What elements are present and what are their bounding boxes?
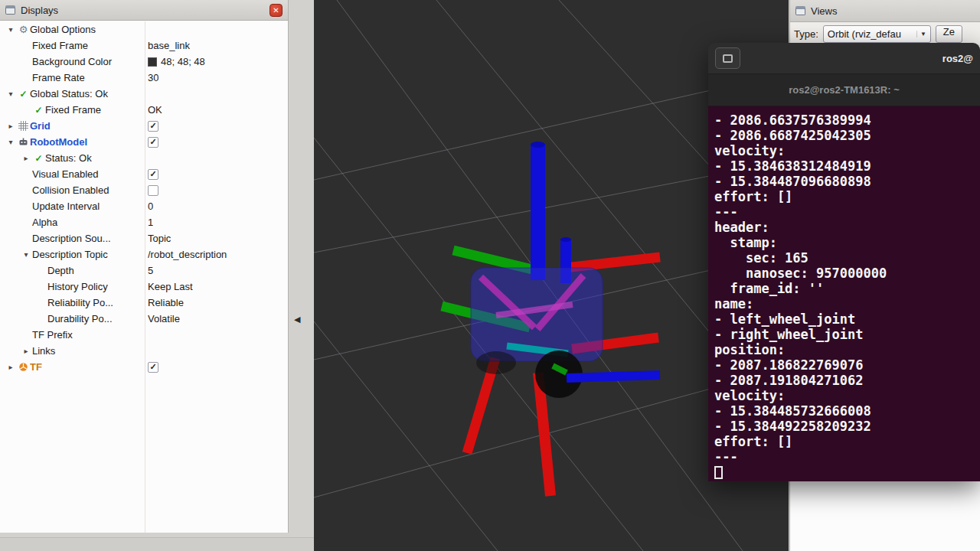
tree-row-global-options[interactable]: ▾⚙Global Options xyxy=(0,21,288,37)
tree-row-fixed-frame[interactable]: Fixed Framebase_link xyxy=(0,37,288,54)
terminal-window: ros2@ ros2@ros2-TM1613R: ~ - 2086.663757… xyxy=(708,43,980,481)
expander-down-icon[interactable]: ▾ xyxy=(5,138,17,146)
tree-row-background-color[interactable]: Background Color48; 48; 48 xyxy=(0,54,288,70)
value-text: /robot_description xyxy=(148,249,227,260)
bottom-strip xyxy=(0,537,314,551)
terminal-titlebar[interactable]: ros2@ros2-TM1613R: ~ xyxy=(708,74,980,106)
view-type-value: Orbit (rviz_defau xyxy=(828,28,901,40)
row-value[interactable]: Keep Last xyxy=(148,279,286,295)
terminal-line: stamp: xyxy=(714,235,980,250)
terminal-line: - left_wheel_joint xyxy=(714,311,980,327)
expander-down-icon[interactable]: ▾ xyxy=(5,25,17,34)
checkbox-checked[interactable]: ✓ xyxy=(148,121,158,132)
row-value[interactable]: 30 xyxy=(148,70,286,86)
close-icon[interactable]: ✕ xyxy=(270,4,283,17)
row-label: Fixed Frame xyxy=(45,104,104,116)
expander-down-icon[interactable]: ▾ xyxy=(20,250,32,259)
value-text: 30 xyxy=(148,72,158,83)
row-value[interactable]: 0 xyxy=(148,198,286,214)
row-label: Description Sou... xyxy=(32,233,114,244)
tree-row-tf[interactable]: ▸TF✓ xyxy=(0,359,288,375)
view-type-select[interactable]: Orbit (rviz_defau ▼ xyxy=(823,25,931,43)
tree-row-links[interactable]: ▸Links xyxy=(0,343,288,359)
row-label: Grid xyxy=(30,120,54,132)
row-value[interactable]: Reliable xyxy=(148,295,286,311)
tree-row-reliability-po[interactable]: Reliability Po...Reliable xyxy=(0,295,288,311)
row-value[interactable]: ✓ xyxy=(148,134,286,150)
new-tab-button[interactable] xyxy=(715,47,740,69)
displays-tree: ▾⚙Global OptionsFixed Framebase_linkBack… xyxy=(0,21,288,533)
tree-row-description-topic[interactable]: ▾Description Topic/robot_description xyxy=(0,246,288,262)
color-swatch xyxy=(148,57,157,67)
terminal-tabbar[interactable]: ros2@ xyxy=(708,43,980,74)
tree-row-depth[interactable]: Depth5 xyxy=(0,262,288,279)
checkbox-unchecked[interactable] xyxy=(148,185,158,196)
terminal-line: - 15.384492258209232 xyxy=(714,419,980,434)
row-value[interactable]: Topic xyxy=(148,230,286,246)
row-value[interactable]: ✓ xyxy=(148,359,286,375)
row-value[interactable] xyxy=(148,150,286,166)
checkbox-checked[interactable]: ✓ xyxy=(148,362,158,373)
row-value[interactable]: Volatile xyxy=(148,311,286,327)
row-label: Fixed Frame xyxy=(32,40,91,51)
row-value[interactable]: 1 xyxy=(148,214,286,230)
checkbox-checked[interactable]: ✓ xyxy=(148,169,158,180)
expander-right-icon[interactable]: ▸ xyxy=(20,154,32,162)
tree-row-alpha[interactable]: Alpha1 xyxy=(0,214,288,230)
row-value[interactable]: ✓ xyxy=(148,166,286,182)
tree-row-fixed-frame[interactable]: ✓Fixed FrameOK xyxy=(0,102,288,118)
row-value[interactable] xyxy=(148,182,286,198)
tree-row-collision-enabled[interactable]: Collision Enabled xyxy=(0,182,288,198)
terminal-line: position: xyxy=(714,342,980,357)
expander-right-icon[interactable]: ▸ xyxy=(5,122,17,130)
row-label: Durability Po... xyxy=(47,313,116,324)
row-value[interactable] xyxy=(148,86,286,102)
terminal-line: - 2087.191804271062 xyxy=(714,373,980,388)
tree-row-frame-rate[interactable]: Frame Rate30 xyxy=(0,70,288,86)
splitter-collapse-icon[interactable]: ◀ xyxy=(294,315,300,324)
new-tab-icon xyxy=(723,54,733,63)
row-label: Update Interval xyxy=(32,201,103,212)
expander-right-icon[interactable]: ▸ xyxy=(20,347,32,355)
row-value[interactable] xyxy=(148,343,286,359)
terminal-line: - 2086.6687425042305 xyxy=(714,128,980,143)
displays-panel-icon xyxy=(5,5,15,15)
grid-icon xyxy=(17,121,30,131)
row-label: History Policy xyxy=(47,281,111,292)
row-label: TF xyxy=(30,361,45,373)
row-value[interactable]: OK xyxy=(148,102,286,118)
value-text: 5 xyxy=(148,265,153,276)
tree-row-visual-enabled[interactable]: Visual Enabled✓ xyxy=(0,166,288,182)
row-value[interactable]: 5 xyxy=(148,262,286,279)
row-value[interactable]: /robot_description xyxy=(148,246,286,262)
row-value[interactable] xyxy=(148,327,286,343)
terminal-window-title: ros2@ros2-TM1613R: ~ xyxy=(789,84,900,96)
tree-row-history-policy[interactable]: History PolicyKeep Last xyxy=(0,279,288,295)
views-titlebar[interactable]: Views xyxy=(790,0,980,22)
expander-down-icon[interactable]: ▾ xyxy=(5,90,17,98)
tree-row-tf-prefix[interactable]: TF Prefix xyxy=(0,327,288,343)
tree-row-grid[interactable]: ▸Grid✓ xyxy=(0,118,288,134)
gear-icon: ⚙ xyxy=(17,24,30,35)
tree-row-description-sou[interactable]: Description Sou...Topic xyxy=(0,230,288,246)
tree-row-status-ok[interactable]: ▸✓Status: Ok xyxy=(0,150,288,166)
tree-row-robotmodel[interactable]: ▾RobotModel✓ xyxy=(0,134,288,150)
tree-row-update-interval[interactable]: Update Interval0 xyxy=(0,198,288,214)
check-icon: ✓ xyxy=(32,153,45,164)
row-value[interactable]: ✓ xyxy=(148,118,286,134)
row-value[interactable]: base_link xyxy=(148,37,286,54)
expander-right-icon[interactable]: ▸ xyxy=(5,363,17,371)
checkbox-checked[interactable]: ✓ xyxy=(148,137,158,148)
terminal-output[interactable]: - 2086.6637576389994- 2086.6687425042305… xyxy=(708,106,980,481)
tree-row-global-status-ok[interactable]: ▾✓Global Status: Ok xyxy=(0,86,288,102)
zero-button[interactable]: Ze xyxy=(936,25,962,43)
rviz-window: Displays ✕ ▾⚙Global OptionsFixed Frameba… xyxy=(0,0,980,551)
row-value[interactable] xyxy=(148,21,286,37)
terminal-line: --- xyxy=(714,204,980,220)
terminal-line: - 15.384485732666008 xyxy=(714,403,980,419)
displays-titlebar[interactable]: Displays ✕ xyxy=(0,0,288,21)
row-value[interactable]: 48; 48; 48 xyxy=(148,54,286,70)
tree-row-durability-po[interactable]: Durability Po...Volatile xyxy=(0,311,288,327)
terminal-cursor xyxy=(714,466,723,479)
terminal-line: effort: [] xyxy=(714,434,980,449)
